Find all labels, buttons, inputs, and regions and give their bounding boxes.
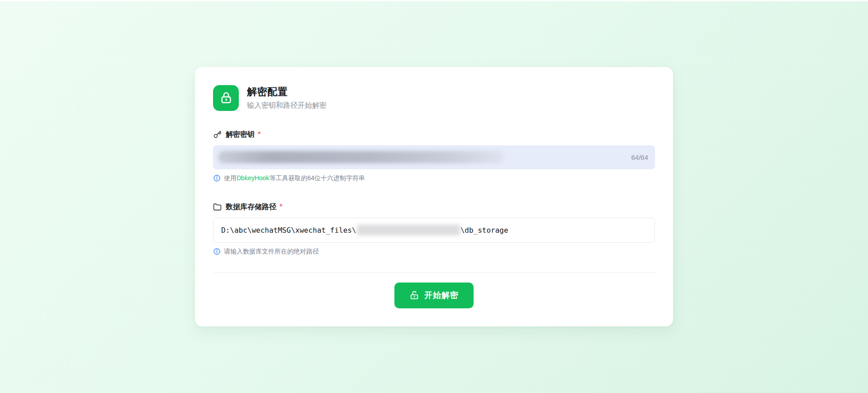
path-help-text: 请输入数据库文件所在的绝对路径 <box>224 248 319 256</box>
folder-icon <box>213 203 222 211</box>
start-decrypt-label: 开始解密 <box>424 290 459 301</box>
key-help-prefix: 使用 <box>224 174 237 182</box>
dbkeyhook-link[interactable]: DbkeyHook <box>237 174 269 182</box>
path-field-label-text: 数据库存储路径 <box>226 202 276 212</box>
key-field-label: 解密密钥 * <box>213 130 655 139</box>
key-required-asterisk: * <box>258 130 261 139</box>
info-icon <box>213 174 221 182</box>
key-help-suffix: 等工具获取的64位十六进制字符串 <box>269 174 365 182</box>
path-required-asterisk: * <box>280 203 282 211</box>
page-top-edge <box>0 0 868 1</box>
path-help-row: 请输入数据库文件所在的绝对路径 <box>213 248 655 256</box>
redacted-path-segment <box>357 225 460 235</box>
key-input[interactable]: 64/64 <box>213 145 655 169</box>
key-length-counter: 64/64 <box>631 153 648 161</box>
app-badge <box>213 85 239 111</box>
path-field-label: 数据库存储路径 * <box>213 202 655 212</box>
key-field-label-text: 解密密钥 <box>226 130 255 139</box>
card-header: 解密配置 输入密钥和路径开始解密 <box>213 85 655 111</box>
unlock-icon <box>409 290 419 300</box>
info-icon <box>213 248 221 255</box>
start-decrypt-button[interactable]: 开始解密 <box>394 283 474 308</box>
path-input[interactable]: D:\abc\wechatMSG\xwechat_files\\db_stora… <box>213 218 655 243</box>
page-title: 解密配置 <box>247 85 327 99</box>
submit-area: 开始解密 <box>213 283 655 308</box>
lock-icon <box>219 91 233 105</box>
decrypt-config-card: 解密配置 输入密钥和路径开始解密 解密密钥 * 64/64 使用Dbk <box>195 67 673 326</box>
page-subtitle: 输入密钥和路径开始解密 <box>247 101 327 110</box>
header-text: 解密配置 输入密钥和路径开始解密 <box>247 85 327 110</box>
key-help-row: 使用DbkeyHook等工具获取的64位十六进制字符串 <box>213 174 655 182</box>
redacted-key-value <box>218 151 504 163</box>
divider <box>213 272 655 273</box>
key-icon <box>213 130 222 139</box>
key-help-text: 使用DbkeyHook等工具获取的64位十六进制字符串 <box>224 174 365 182</box>
path-value-prefix: D:\abc\wechatMSG\xwechat_files\ <box>221 226 356 235</box>
path-value-suffix: \db_storage <box>460 226 508 235</box>
